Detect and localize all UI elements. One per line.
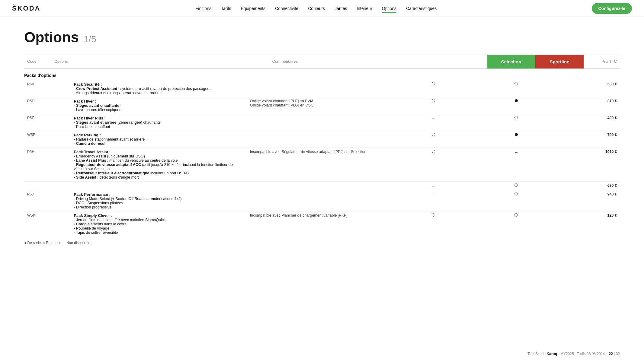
cell-selection (392, 131, 475, 148)
symbol-empty (432, 82, 435, 85)
cell-code: W5F (24, 131, 71, 148)
pack-item: - Side Assist : détecteurs d'angle mort (74, 175, 244, 179)
pack-item: - Caméra de recul (74, 141, 244, 146)
pack-item: - Poubelle de voyage (74, 226, 244, 230)
pack-item: - Emergency Assist (uniquement sur DSG) (74, 154, 244, 158)
th-commentaires: Commentaires (269, 55, 487, 68)
brand-logo: ŠKODA (12, 5, 40, 12)
nav-item-interieur[interactable]: Intérieur (357, 6, 372, 11)
symbol-dash: – (515, 150, 517, 154)
pack-item: - Rétroviseur intérieur électrochromatiq… (74, 171, 244, 175)
cell-sportline (475, 80, 558, 97)
th-sportline: Sportline (535, 55, 584, 68)
pack-item: - Direction progressive (74, 205, 244, 209)
pack-item: - DCC : Suspensions pilotées (74, 201, 244, 205)
cell-sportline: – (475, 148, 558, 182)
nav-item-finitions[interactable]: Finitions (196, 6, 211, 11)
cell-comments: Oblige volant chauffant [PLE] en BVMObli… (247, 97, 392, 114)
cell-options: Pack Sécurité :- Crew Protect Assistant … (71, 80, 247, 97)
pack-item: - Radars de stationnement avant et arriè… (74, 137, 244, 141)
cell-comments (247, 114, 392, 131)
table-row: P6A Pack Sécurité :- Crew Protect Assist… (24, 80, 620, 97)
symbol-dash: – (432, 116, 434, 121)
cell-prix: 400 € (558, 114, 620, 131)
cell-prix: 1010 € (558, 148, 620, 182)
cell-prix: 790 € (558, 131, 620, 148)
pack-name: Pack Sécurité : (74, 82, 244, 87)
options-table: P6A Pack Sécurité :- Crew Protect Assist… (24, 80, 620, 237)
symbol-empty (432, 150, 435, 153)
cell-code: P6A (24, 80, 71, 97)
pack-name: Pack Travel Assist : (74, 150, 244, 154)
nav-item-jantes[interactable]: Jantes (335, 6, 347, 11)
cell-sportline (475, 131, 558, 148)
cell-selection (392, 80, 475, 97)
cell-prix: 120 € (558, 211, 620, 237)
table-row: P5E Pack Hiver Plus :- Sièges avant et a… (24, 114, 620, 131)
pack-name: Pack Parking : (74, 133, 244, 137)
th-code: Code (24, 55, 51, 68)
cell-options: Pack Simply Clever :- Jeu de filets dans… (71, 211, 247, 237)
nav-item-couleurs[interactable]: Couleurs (308, 6, 325, 11)
cell-options (71, 182, 247, 190)
cell-sportline (475, 182, 558, 190)
pack-item: - Sièges avant et arrière (2ème rangée) … (74, 120, 244, 125)
cell-selection: – (392, 182, 475, 190)
pack-item: - Driving Mode Select (+ Bouton Off Road… (74, 197, 244, 201)
section-packs-options: Packs d'options (24, 69, 620, 80)
cell-code: W5K (24, 211, 71, 237)
symbol-empty (432, 99, 435, 102)
th-options: Options (51, 55, 269, 68)
nav-item-options[interactable]: Options (382, 6, 396, 11)
pack-item: - Lane Assist Plus : maintien du véhicul… (74, 158, 244, 163)
cell-comments (247, 182, 392, 190)
table-row: P5J Pack Performance :- Driving Mode Sel… (24, 190, 620, 211)
cell-sportline (475, 114, 558, 131)
pack-item: - Crew Protect Assistant : système pro-a… (74, 87, 244, 91)
cell-comments: Incompatible avec Plancher de chargement… (247, 211, 392, 237)
th-selection: Selection (487, 55, 535, 68)
cell-sportline (475, 211, 558, 237)
cell-code: P5E (24, 114, 71, 131)
nav-item-equipements[interactable]: Equipements (241, 6, 265, 11)
symbol-dash: – (432, 192, 434, 197)
cell-selection (392, 148, 475, 182)
cell-code: P5D (24, 97, 71, 114)
page-pagination: 1/5 (84, 34, 96, 44)
symbol-empty (514, 82, 518, 85)
cell-selection (392, 97, 475, 114)
cell-comments (247, 190, 392, 211)
cell-selection: – (392, 190, 475, 211)
nav-item-caracteristiques[interactable]: Caractéristiques (406, 6, 437, 11)
pack-item: - Pare-brise chauffant (74, 125, 244, 129)
cell-comments: Incompatible avec Régulateur de vitesse … (247, 148, 392, 182)
page-title-area: Options 1/5 (0, 17, 644, 55)
nav-item-tarifs[interactable]: Tarifs (221, 6, 231, 11)
cell-selection (392, 211, 475, 237)
configurez-button[interactable]: Configurez-le (592, 3, 632, 14)
table-row: – 670 € (24, 182, 620, 190)
page-title: Options (24, 29, 79, 45)
cell-code (24, 182, 71, 190)
pack-item: - Cargo-éléments dans le coffre (74, 222, 244, 226)
cell-options: Pack Hiver Plus :- Sièges avant et arriè… (71, 114, 247, 131)
symbol-empty (514, 116, 518, 119)
cell-prix: 530 € (558, 80, 620, 97)
cell-options: Pack Hiver :- Sièges avant chauffants- L… (71, 97, 247, 114)
symbol-empty (432, 213, 435, 217)
nav-item-connectivite[interactable]: Connectivité (275, 6, 298, 11)
cell-options: Pack Performance :- Driving Mode Select … (71, 190, 247, 211)
legend: ● De série, ○ En option, – Non disponibl… (24, 237, 620, 245)
symbol-empty (432, 133, 435, 136)
table-header: Code Options Commentaires Selection Spor… (24, 55, 620, 69)
symbol-filled (515, 133, 518, 136)
cell-code: P5J (24, 190, 71, 211)
table-row: W5K Pack Simply Clever :- Jeu de filets … (24, 211, 620, 237)
pack-item: - Airbags rideaux et airbags latéraux av… (74, 91, 244, 95)
cell-options: Pack Parking :- Radars de stationnement … (71, 131, 247, 148)
pack-item: - Tapis de coffre réversible (74, 230, 244, 235)
cell-options: Pack Travel Assist :- Emergency Assist (… (71, 148, 247, 182)
symbol-empty (514, 183, 518, 187)
cell-sportline (475, 190, 558, 211)
cell-code: P5H (24, 148, 71, 182)
